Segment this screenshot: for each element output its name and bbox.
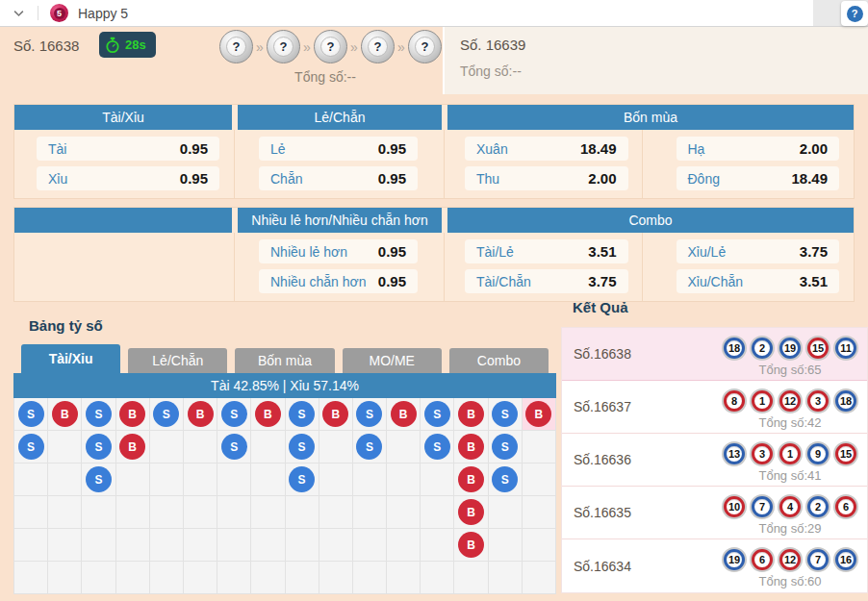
grid-cell bbox=[82, 496, 115, 529]
result-ball: 1 bbox=[779, 443, 801, 464]
bet-label: Tài bbox=[48, 141, 66, 157]
result-ball: 3 bbox=[807, 390, 829, 412]
betting-area: Tài/XỉuLẻ/ChẵnBốn mùaTài0.95Xỉu0.95Lẻ0.9… bbox=[0, 104, 868, 302]
grid-cell bbox=[150, 463, 184, 496]
bet-cell[interactable]: Nhiều lẻ hơn0.95 bbox=[259, 239, 418, 263]
small-dot: S bbox=[424, 401, 450, 427]
results-title: Kết Quả bbox=[573, 299, 868, 315]
grid-cell: S bbox=[150, 398, 184, 431]
bet-group-header: Tài/Xỉu bbox=[14, 105, 232, 130]
grid-cell bbox=[387, 463, 421, 496]
column-divider bbox=[234, 130, 235, 198]
bet-cell[interactable]: Xuân18.49 bbox=[465, 137, 628, 161]
bet-cell[interactable]: Chẵn0.95 bbox=[259, 166, 418, 190]
bet-odds: 2.00 bbox=[588, 170, 616, 187]
grid-cell: B bbox=[48, 398, 82, 431]
bet-cell[interactable]: Xỉu/Chẵn3.51 bbox=[677, 269, 840, 293]
result-ball: 1 bbox=[752, 390, 773, 412]
scoreboard-tab-3[interactable]: MO/ME bbox=[343, 348, 442, 373]
help-button[interactable]: ? bbox=[841, 1, 868, 26]
grid-cell: S bbox=[286, 463, 319, 496]
bet-odds: 3.51 bbox=[800, 273, 828, 289]
grid-cell bbox=[523, 529, 556, 562]
result-ball: 12 bbox=[779, 549, 801, 570]
results-column: Kết Quả Số.16638182191511Tổng số:65Số.16… bbox=[561, 299, 868, 593]
scoreboard-tab-1[interactable]: Lẻ/Chẵn bbox=[128, 348, 227, 373]
result-total: Tổng số:41 bbox=[758, 468, 821, 483]
grid-cell bbox=[184, 496, 217, 529]
grid-cell bbox=[251, 562, 285, 594]
grid-cell bbox=[48, 529, 82, 562]
bet-label: Lẻ bbox=[270, 141, 286, 157]
result-total: Tổng số:42 bbox=[758, 415, 821, 430]
bet-label: Xỉu/Lẻ bbox=[688, 244, 727, 260]
chevron-down-icon bbox=[12, 6, 26, 20]
bet-table: Tài/XỉuLẻ/ChẵnBốn mùaTài0.95Xỉu0.95Lẻ0.9… bbox=[13, 104, 855, 199]
grid-cell bbox=[286, 496, 319, 529]
big-dot: B bbox=[119, 401, 145, 427]
grid-cell: S bbox=[14, 398, 48, 431]
bet-label: Chẵn bbox=[270, 171, 302, 187]
drawn-balls-row: ?»?»?»?»? bbox=[219, 30, 442, 63]
result-balls-block: 19612716Tổng số:60 bbox=[722, 543, 858, 588]
grid-cell: S bbox=[217, 398, 251, 431]
result-balls-block: 8112318Tổng số:42 bbox=[722, 385, 858, 430]
bet-cell[interactable]: Đông18.49 bbox=[677, 166, 840, 190]
countdown-timer: 28s bbox=[99, 32, 156, 58]
small-dot: S bbox=[289, 401, 315, 427]
collapse-chevron-button[interactable] bbox=[12, 6, 26, 20]
grid-cell bbox=[14, 463, 48, 496]
help-icon: ? bbox=[847, 6, 863, 22]
bet-cell[interactable]: Nhiều chẵn hơn0.95 bbox=[259, 269, 418, 293]
bet-odds: 0.95 bbox=[378, 273, 406, 289]
grid-cell bbox=[251, 529, 285, 562]
bet-cell[interactable]: Tài0.95 bbox=[37, 137, 219, 161]
bet-cell[interactable]: Xỉu/Lẻ3.75 bbox=[677, 239, 840, 263]
result-round-label: Số.16637 bbox=[574, 399, 631, 414]
bet-cell[interactable]: Tài/Chẵn3.75 bbox=[465, 269, 628, 293]
bet-cell[interactable]: Xỉu0.95 bbox=[37, 166, 219, 190]
bet-label: Đông bbox=[688, 171, 720, 187]
bet-odds: 0.95 bbox=[180, 170, 208, 187]
scoreboard-grid: SBSBSBSBSBSBSBSBSSBSSSSBSSSBSBB bbox=[13, 398, 556, 594]
bet-cell[interactable]: Thu2.00 bbox=[465, 166, 628, 190]
bet-cell[interactable]: Hạ2.00 bbox=[677, 137, 840, 161]
small-dot: S bbox=[492, 466, 518, 492]
grid-cell bbox=[286, 562, 319, 594]
grid-cell bbox=[489, 529, 523, 562]
result-balls-row: 8112318 bbox=[722, 388, 858, 413]
bet-cell[interactable]: Lẻ0.95 bbox=[259, 137, 418, 161]
bet-column: Tài/Lẻ3.51Xỉu/Lẻ3.75Tài/Chẵn3.75Xỉu/Chẵn… bbox=[447, 239, 854, 293]
grid-cell bbox=[251, 463, 285, 496]
grid-cell bbox=[14, 562, 48, 594]
result-ball: 6 bbox=[835, 496, 856, 517]
logo-number: 5 bbox=[54, 8, 65, 19]
scoreboard-tab-0[interactable]: Tài/Xỉu bbox=[21, 344, 120, 373]
next-round-number: Số. 16639 bbox=[460, 37, 868, 53]
current-total: Tổng số:-- bbox=[219, 69, 431, 85]
grid-cell: B bbox=[319, 398, 353, 431]
small-dot: S bbox=[492, 434, 518, 460]
scoreboard-tabs: Tài/XỉuLẻ/ChẵnBốn mùaMO/MECombo bbox=[21, 344, 549, 373]
bet-odds: 2.00 bbox=[800, 140, 828, 157]
grid-cell bbox=[421, 529, 454, 562]
bet-column: Lẻ0.95Chẵn0.95 bbox=[238, 137, 442, 190]
bet-table-body: Tài0.95Xỉu0.95Lẻ0.95Chẵn0.95Xuân18.49Hạ2… bbox=[14, 130, 854, 198]
bet-cell[interactable]: Tài/Lẻ3.51 bbox=[465, 239, 628, 263]
bet-odds: 3.75 bbox=[588, 273, 616, 289]
grid-cell bbox=[421, 496, 454, 529]
result-balls-block: 107426Tổng số:29 bbox=[722, 490, 858, 536]
result-ball: 18 bbox=[835, 390, 856, 412]
result-round-label: Số.16635 bbox=[574, 505, 631, 520]
scoreboard-tab-2[interactable]: Bốn mùa bbox=[235, 348, 334, 373]
results-panel: Số.16638182191511Tổng số:65Số.1663781123… bbox=[561, 327, 868, 593]
result-ball: 9 bbox=[807, 443, 829, 464]
grid-cell bbox=[184, 463, 217, 496]
grid-cell bbox=[454, 562, 488, 594]
grid-cell bbox=[523, 463, 556, 496]
big-dot: B bbox=[458, 499, 484, 525]
result-ball: 19 bbox=[779, 338, 801, 359]
scoreboard-tab-4[interactable]: Combo bbox=[449, 348, 549, 373]
result-row: Số.16638182191511Tổng số:65 bbox=[562, 328, 867, 381]
column-divider bbox=[444, 233, 445, 301]
